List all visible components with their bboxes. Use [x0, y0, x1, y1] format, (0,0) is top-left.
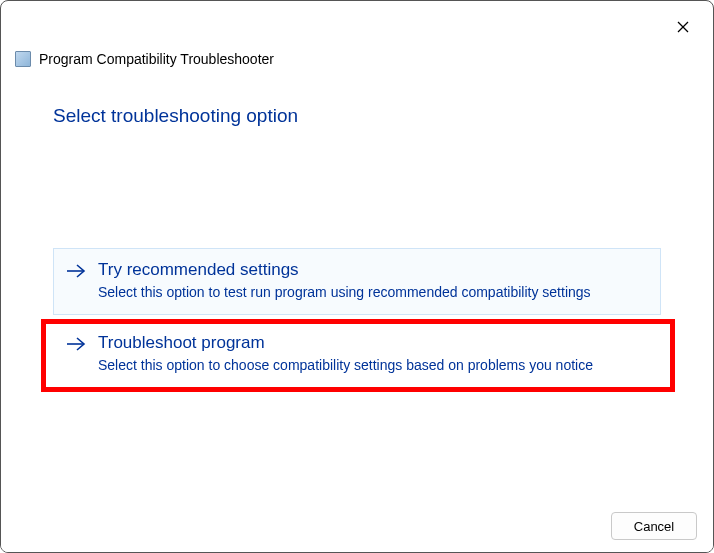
option-title: Try recommended settings: [98, 259, 648, 282]
option-title: Troubleshoot program: [98, 332, 648, 355]
wizard-header: Program Compatibility Troubleshooter: [15, 51, 274, 67]
app-icon: [15, 51, 31, 67]
option-troubleshoot-program[interactable]: Troubleshoot program Select this option …: [53, 321, 661, 388]
arrow-right-icon: [66, 336, 86, 352]
option-description: Select this option to choose compatibili…: [98, 356, 648, 375]
options-list: Try recommended settings Select this opt…: [53, 248, 661, 394]
close-button[interactable]: [667, 11, 699, 43]
wizard-title: Program Compatibility Troubleshooter: [39, 51, 274, 67]
option-text: Troubleshoot program Select this option …: [98, 332, 648, 375]
arrow-right-icon: [66, 263, 86, 279]
option-description: Select this option to test run program u…: [98, 283, 648, 302]
option-try-recommended[interactable]: Try recommended settings Select this opt…: [53, 248, 661, 315]
page-heading: Select troubleshooting option: [53, 105, 298, 127]
dialog-footer: Cancel: [1, 500, 713, 552]
close-icon: [677, 21, 689, 33]
cancel-button[interactable]: Cancel: [611, 512, 697, 540]
option-text: Try recommended settings Select this opt…: [98, 259, 648, 302]
